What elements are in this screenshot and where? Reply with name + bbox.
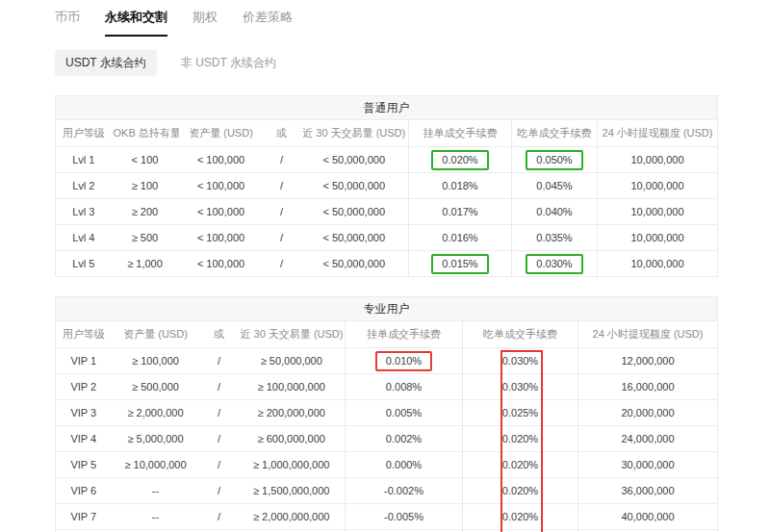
table-title: 专业用户 (56, 297, 718, 321)
column-header: 用户等级 (56, 321, 112, 348)
fee-page: 币币永续和交割期权价差策略 USDT 永续合约非 USDT 永续合约 普通用户用… (0, 0, 770, 532)
cell: 20,000,000 (578, 400, 718, 426)
cell: 0.050% (512, 147, 598, 173)
cell: 40,000,000 (578, 504, 718, 530)
cell: / (264, 199, 300, 225)
table-row: VIP 1≥ 100,000/≥ 50,000,0000.010%0.030%1… (56, 348, 718, 374)
column-header: 用户等级 (56, 120, 112, 147)
column-header-row: 用户等级资产量 (USD)或近 30 天交易量 (USD)挂单成交手续费吃单成交… (56, 321, 718, 348)
cell: VIP 6 (56, 478, 112, 504)
column-header: 或 (264, 120, 300, 147)
cell: 0.025% (463, 400, 578, 426)
cell: VIP 7 (56, 504, 112, 530)
cell: < 100 (112, 147, 179, 173)
cell: ≥ 100 (112, 173, 179, 199)
fee-table-pro-users: 专业用户用户等级资产量 (USD)或近 30 天交易量 (USD)挂单成交手续费… (55, 296, 717, 532)
subtab-usdt-perpetual[interactable]: USDT 永续合约 (55, 50, 157, 76)
table-row: Lvl 2≥ 100< 100,000/< 50,000,0000.018%0.… (56, 173, 718, 199)
cell: < 100,000 (179, 251, 264, 277)
cell: < 50,000,000 (300, 173, 409, 199)
table-row: VIP 5≥ 10,000,000/≥ 1,000,000,0000.000%0… (56, 452, 718, 478)
column-header: 近 30 天交易量 (USD) (300, 120, 409, 147)
cell: 0.020% (463, 426, 578, 452)
table-row: VIP 4≥ 5,000,000/≥ 600,000,0000.002%0.02… (56, 426, 718, 452)
cell: ≥ 50,000,000 (239, 348, 346, 374)
cell: VIP 5 (56, 452, 112, 478)
cell: ≥ 1,000,000,000 (239, 452, 346, 478)
column-header-row: 用户等级OKB 总持有量资产量 (USD)或近 30 天交易量 (USD)挂单成… (56, 120, 718, 147)
cell: / (200, 348, 239, 374)
table-title: 普通用户 (56, 96, 718, 120)
column-header: 近 30 天交易量 (USD) (239, 321, 346, 348)
cell: ≥ 2,000,000 (112, 400, 200, 426)
cell: 12,000,000 (578, 348, 718, 374)
cell: ≥ 600,000,000 (239, 426, 346, 452)
cell: 0.040% (512, 199, 598, 225)
cell: 16,000,000 (578, 374, 718, 400)
cell: / (200, 400, 239, 426)
cell: Lvl 2 (56, 173, 112, 199)
column-header: 挂单成交手续费 (409, 120, 512, 147)
cell: ≥ 500,000 (112, 374, 200, 400)
cell: -- (112, 504, 200, 530)
cell: / (264, 251, 300, 277)
green-highlight-box: 0.020% (431, 150, 488, 170)
cell: ≥ 200 (112, 199, 179, 225)
cell: / (264, 147, 300, 173)
green-highlight-box: 0.030% (526, 254, 582, 274)
tab-spread-strategy[interactable]: 价差策略 (243, 9, 293, 37)
subtab-non-usdt-perpetual[interactable]: 非 USDT 永续合约 (170, 50, 287, 76)
cell: ≥ 1,500,000,000 (239, 478, 346, 504)
cell: 0.008% (346, 374, 463, 400)
cell: 10,000,000 (598, 147, 718, 173)
green-highlight-box: 0.015% (431, 254, 488, 274)
cell: 0.020% (409, 147, 512, 173)
table-row: VIP 2≥ 500,000/≥ 100,000,0000.008%0.030%… (56, 374, 718, 400)
cell: < 50,000,000 (300, 251, 409, 277)
cell: / (200, 374, 239, 400)
cell: 10,000,000 (598, 251, 718, 277)
column-header: 24 小时提现额度 (USD) (598, 120, 718, 147)
cell: VIP 4 (56, 426, 112, 452)
cell: / (264, 173, 300, 199)
column-header: 或 (200, 321, 239, 348)
cell: / (200, 478, 239, 504)
tab-perpetual-delivery[interactable]: 永续和交割 (105, 9, 167, 37)
cell: 0.030% (463, 374, 578, 400)
cell: ≥ 100,000,000 (239, 374, 346, 400)
cell: 0.000% (346, 452, 463, 478)
cell: 10,000,000 (598, 173, 718, 199)
cell: ≥ 10,000,000 (112, 452, 200, 478)
cell: < 100,000 (179, 173, 264, 199)
cell: 30,000,000 (578, 452, 718, 478)
cell: ≥ 5,000,000 (112, 426, 200, 452)
table-row: Lvl 1< 100< 100,000/< 50,000,0000.020%0.… (56, 147, 718, 173)
cell: 24,000,000 (578, 426, 718, 452)
cell: 0.030% (463, 348, 578, 374)
cell: / (200, 452, 239, 478)
column-header: 挂单成交手续费 (346, 321, 463, 348)
cell: 0.005% (346, 400, 463, 426)
table-row: VIP 3≥ 2,000,000/≥ 200,000,0000.005%0.02… (56, 400, 718, 426)
cell: Lvl 3 (56, 199, 112, 225)
cell: VIP 1 (56, 348, 112, 374)
column-header: 24 小时提现额度 (USD) (578, 321, 718, 348)
cell: 0.015% (409, 251, 512, 277)
cell: ≥ 100,000 (112, 348, 200, 374)
cell: Lvl 1 (56, 147, 112, 173)
cell: 10,000,000 (598, 199, 718, 225)
cell: 0.020% (463, 452, 578, 478)
column-header: OKB 总持有量 (112, 120, 179, 147)
column-header: 资产量 (USD) (112, 321, 200, 348)
cell: 0.010% (346, 348, 463, 374)
red-highlight-box: 0.010% (375, 351, 432, 371)
tab-spot[interactable]: 币币 (55, 9, 80, 37)
table-title-row: 普通用户 (56, 96, 718, 120)
cell: 10,000,000 (598, 225, 718, 251)
cell: < 50,000,000 (300, 147, 409, 173)
table-row: VIP 7--/≥ 2,000,000,000-0.005%0.020%40,0… (56, 504, 718, 530)
cell: ≥ 500 (112, 225, 179, 251)
table-row: Lvl 4≥ 500< 100,000/< 50,000,0000.016%0.… (56, 225, 718, 251)
column-header: 吃单成交手续费 (512, 120, 598, 147)
tab-options[interactable]: 期权 (192, 9, 218, 37)
